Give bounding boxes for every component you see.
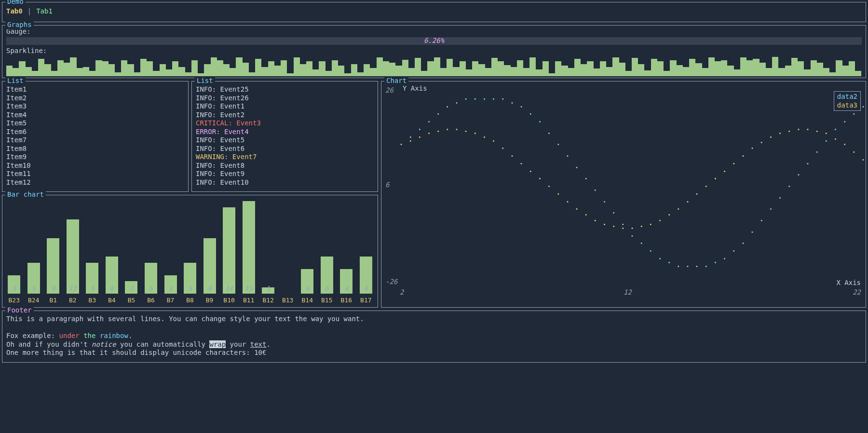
chart-point: • <box>705 185 707 188</box>
sparkline-bar <box>702 68 708 76</box>
chart-point: • <box>631 235 634 238</box>
sparkline-bar <box>772 57 778 76</box>
chart-point: • <box>548 185 551 188</box>
chart-point: • <box>464 130 467 133</box>
footer-line-1: This is a paragraph with several lines. … <box>6 315 862 324</box>
chart-y-tick: -26 <box>385 278 397 286</box>
log-item[interactable]: CRITICAL: Event3 <box>196 119 374 128</box>
list-item[interactable]: Item10 <box>6 162 184 170</box>
tab-bar: Tab0 | Tab1 <box>6 5 862 16</box>
list-panel-2: List INFO: Event25INFO: Event26INFO: Eve… <box>191 81 378 192</box>
bar-chart-area: 359125625359141514646 <box>6 201 374 294</box>
chart-point: • <box>769 208 772 211</box>
chart-point: • <box>815 151 818 154</box>
chart-point: • <box>695 265 698 268</box>
sparkline-bar <box>766 68 772 76</box>
tab-separator: | <box>27 7 31 16</box>
list-item[interactable]: Item4 <box>6 111 184 120</box>
sparkline-bar <box>695 63 702 76</box>
list-panel-1: List Item1Item2Item3Item4Item5Item6Item7… <box>2 81 189 192</box>
list-item[interactable]: Item11 <box>6 170 184 178</box>
sparkline-bar <box>13 68 19 76</box>
sparkline-bar <box>319 61 325 76</box>
list-item[interactable]: Item8 <box>6 145 184 153</box>
sparkline-bar <box>523 68 529 76</box>
sparkline-bar <box>778 68 785 76</box>
sparkline-bar <box>402 60 408 76</box>
sparkline-bar <box>670 60 676 76</box>
sparkline-bar <box>191 60 198 76</box>
chart-point: • <box>714 261 717 264</box>
chart-point: • <box>418 136 421 139</box>
log-item[interactable]: INFO: Event5 <box>196 136 374 145</box>
log-item[interactable]: INFO: Event8 <box>196 162 374 170</box>
bar-rect <box>67 219 79 294</box>
log-item[interactable]: INFO: Event25 <box>196 85 374 94</box>
sparkline-bar <box>511 67 517 76</box>
log-item[interactable]: INFO: Event6 <box>196 145 374 153</box>
chart-point: • <box>825 140 827 143</box>
bar-value: 3 <box>12 285 16 293</box>
chart-point: • <box>677 208 680 211</box>
sparkline-bar <box>740 57 746 76</box>
chart-plot-area: ••••••••••••••••••••••••••••••••••••••••… <box>400 90 862 288</box>
sparkline-bar <box>708 57 715 76</box>
list-2-body[interactable]: INFO: Event25INFO: Event26INFO: Event1IN… <box>196 84 374 187</box>
sparkline-bar <box>268 61 274 76</box>
log-item[interactable]: WARNING: Event7 <box>196 153 374 162</box>
tab-1[interactable]: Tab1 <box>36 7 53 16</box>
bar-column <box>280 201 296 294</box>
list-item[interactable]: Item6 <box>6 128 184 136</box>
log-item[interactable]: ERROR: Event4 <box>196 128 374 136</box>
sparkline-bar <box>855 71 861 76</box>
sparkline-bar <box>64 63 70 76</box>
footer-line-2: Fox example: under the rainbow. <box>6 332 862 340</box>
sparkline-bar <box>683 67 689 76</box>
sparkline-bar <box>415 58 421 76</box>
chart-point: • <box>760 219 763 222</box>
sparkline-bar <box>638 64 644 76</box>
gauge-label: Gauge: <box>6 27 862 36</box>
sparkline-bar <box>657 61 664 76</box>
sparkline-bar <box>70 57 76 76</box>
sparkline-bar <box>26 67 32 76</box>
list-item[interactable]: Item12 <box>6 178 184 187</box>
log-item[interactable]: INFO: Event10 <box>196 178 374 187</box>
chart-point: • <box>538 121 541 123</box>
chart-point: • <box>474 98 476 101</box>
log-item[interactable]: INFO: Event9 <box>196 170 374 178</box>
bar-value: 4 <box>344 285 348 293</box>
list-item[interactable]: Item7 <box>6 136 184 145</box>
sparkline-bar <box>153 71 159 76</box>
list-item[interactable]: Item1 <box>6 85 184 94</box>
tab-0[interactable]: Tab0 <box>6 7 23 16</box>
sparkline-bar <box>760 63 766 76</box>
chart-point: • <box>760 141 763 144</box>
list-1-body[interactable]: Item1Item2Item3Item4Item5Item6Item7Item8… <box>6 84 184 187</box>
chart-point: • <box>723 170 726 173</box>
chart-point: • <box>455 102 458 105</box>
sparkline-bar <box>606 67 612 76</box>
chart-title: Chart <box>384 77 408 85</box>
sparkline-bar <box>746 60 753 76</box>
log-item[interactable]: INFO: Event26 <box>196 94 374 103</box>
gauge: 6.26% <box>6 37 862 45</box>
list-item[interactable]: Item2 <box>6 94 184 103</box>
chart-point: • <box>427 121 430 123</box>
log-item[interactable]: INFO: Event2 <box>196 111 374 120</box>
list-item[interactable]: Item3 <box>6 102 184 111</box>
sparkline-bar <box>255 59 261 76</box>
bar-value: 15 <box>245 285 253 293</box>
bar-label: B3 <box>84 297 100 304</box>
sparkline-bar <box>389 63 395 76</box>
list-item[interactable]: Item9 <box>6 153 184 162</box>
bar-rect <box>243 201 255 294</box>
sparkline-bar <box>491 58 498 76</box>
bar-value: 12 <box>69 285 77 293</box>
chart-point: • <box>658 257 661 260</box>
bar-value: 6 <box>110 285 114 293</box>
bar-label: B16 <box>339 297 354 304</box>
chart-point: • <box>409 140 412 143</box>
list-item[interactable]: Item5 <box>6 119 184 128</box>
log-item[interactable]: INFO: Event1 <box>196 102 374 111</box>
